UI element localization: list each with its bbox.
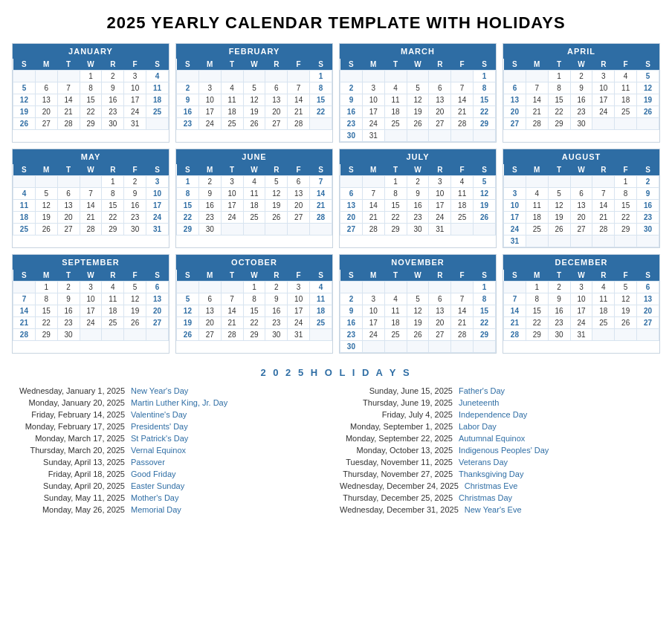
calendar-day: 27 <box>637 317 659 329</box>
day-header: F <box>451 270 474 282</box>
calendar-day: 4 <box>384 293 407 305</box>
calendar-day: 1 <box>548 71 570 82</box>
calendar-day: 10 <box>362 94 384 106</box>
calendar-day: 1 <box>35 282 57 293</box>
day-header: R <box>265 164 288 176</box>
calendar-day: 30 <box>340 341 363 353</box>
calendar-day: 7 <box>526 82 548 94</box>
calendar-day <box>80 329 102 341</box>
calendar-day: 29 <box>384 224 407 235</box>
calendar-day: 6 <box>265 82 288 94</box>
calendar-day: 15 <box>384 200 407 212</box>
calendar-day: 10 <box>570 293 592 305</box>
calendar-day: 26 <box>615 317 637 329</box>
calendar-day: 23 <box>124 212 146 224</box>
holiday-name: Veterans Day <box>459 458 660 467</box>
month-block-january: JANUARYSMTWRFS12345678910111213141516171… <box>12 43 169 143</box>
calendar-day: 21 <box>80 212 102 224</box>
calendar-day <box>451 341 474 353</box>
day-header: S <box>177 164 199 176</box>
calendar-day: 3 <box>198 82 221 94</box>
calendar-day: 23 <box>548 317 570 329</box>
day-header: M <box>362 59 384 71</box>
calendar-day <box>80 176 102 188</box>
month-table: SMTWRFS123456789101112131415161718192021… <box>176 164 332 235</box>
calendar-day: 1 <box>177 176 199 188</box>
calendar-day: 6 <box>35 82 57 94</box>
calendar-day: 24 <box>362 329 384 341</box>
calendar-day: 22 <box>80 106 102 118</box>
holiday-row: Thursday, March 20, 2025Vernal Equinox <box>12 445 332 455</box>
calendar-day: 19 <box>265 200 288 212</box>
calendar-day: 3 <box>570 282 592 293</box>
calendar-day: 27 <box>198 329 221 341</box>
holiday-row: Tuesday, November 11, 2025Veterans Day <box>340 457 660 467</box>
calendar-day: 13 <box>57 200 80 212</box>
holiday-name: Mother's Day <box>131 493 332 502</box>
calendar-day: 28 <box>221 329 243 341</box>
calendar-day: 21 <box>451 106 474 118</box>
calendar-day: 21 <box>504 317 526 329</box>
calendar-day: 8 <box>177 188 199 200</box>
calendar-day: 19 <box>474 200 496 212</box>
holiday-date: Tuesday, November 11, 2025 <box>340 458 459 467</box>
month-block-september: SEPTEMBERSMTWRFS123456789101112131415161… <box>12 254 169 354</box>
calendar-day: 4 <box>384 82 407 94</box>
calendar-day: 22 <box>102 212 124 224</box>
calendar-day: 20 <box>340 212 363 224</box>
holiday-date: Friday, April 18, 2025 <box>12 470 131 478</box>
calendar-day: 19 <box>177 317 199 329</box>
holiday-name: Christmas Day <box>459 493 660 502</box>
holiday-row: Thursday, December 25, 2025Christmas Day <box>340 493 660 503</box>
calendar-day <box>243 71 265 82</box>
calendar-day: 2 <box>124 176 146 188</box>
calendar-day <box>13 282 36 293</box>
calendar-day: 3 <box>504 188 526 200</box>
calendar-day <box>637 329 659 341</box>
calendar-day: 5 <box>637 71 659 82</box>
calendar-day: 2 <box>407 176 429 188</box>
month-block-february: FEBRUARYSMTWRFS1234567891011121314151617… <box>175 43 333 143</box>
holiday-name: Easter Sunday <box>131 481 332 490</box>
calendar-day <box>526 176 548 188</box>
calendar-day: 28 <box>13 329 36 341</box>
calendar-day: 19 <box>13 106 36 118</box>
calendar-day: 15 <box>102 200 124 212</box>
calendar-day <box>570 235 592 247</box>
day-header: F <box>124 164 146 176</box>
calendar-day: 12 <box>265 188 288 200</box>
calendar-day: 15 <box>177 200 199 212</box>
holiday-date: Wednesday, December 31, 2025 <box>340 505 465 514</box>
calendar-day <box>288 224 310 235</box>
calendar-day <box>221 282 243 293</box>
calendar-day: 25 <box>384 118 407 130</box>
calendar-day: 29 <box>474 329 496 341</box>
holiday-row: Wednesday, January 1, 2025New Year's Day <box>12 386 332 396</box>
holiday-name: St Patrick's Day <box>131 434 332 443</box>
calendar-day: 8 <box>548 82 570 94</box>
calendar-day: 27 <box>429 329 451 341</box>
day-header: R <box>429 270 451 282</box>
month-table: SMTWRFS123456789101112131415161718192021… <box>503 59 659 130</box>
calendar-day: 23 <box>407 212 429 224</box>
calendar-day: 20 <box>146 305 169 317</box>
calendar-day: 22 <box>474 317 496 329</box>
day-header: S <box>146 270 169 282</box>
calendar-day: 19 <box>637 94 659 106</box>
calendar-day: 26 <box>407 329 429 341</box>
calendar-day: 10 <box>504 200 526 212</box>
day-header: S <box>504 59 526 71</box>
day-header: F <box>288 164 310 176</box>
calendar-day: 26 <box>474 212 496 224</box>
calendar-day: 26 <box>407 118 429 130</box>
calendar-day: 9 <box>124 188 146 200</box>
day-header: W <box>570 164 592 176</box>
holiday-row: Monday, September 1, 2025Labor Day <box>340 421 660 432</box>
calendar-day: 23 <box>177 118 199 130</box>
calendar-day <box>310 118 332 130</box>
calendar-day: 27 <box>57 224 80 235</box>
calendar-day: 19 <box>407 317 429 329</box>
calendar-day: 19 <box>124 305 146 317</box>
calendar-day: 10 <box>362 305 384 317</box>
calendar-day: 18 <box>384 106 407 118</box>
